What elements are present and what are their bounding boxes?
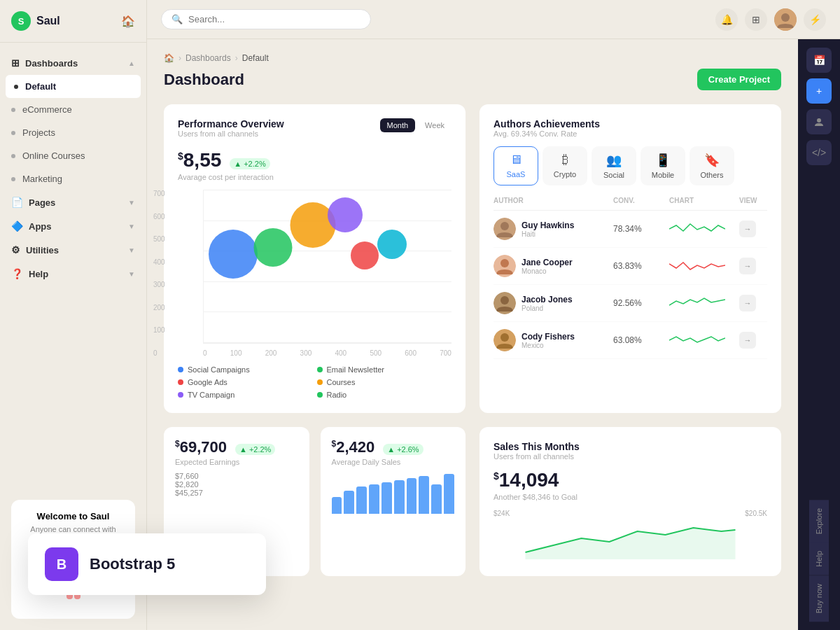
code-btn[interactable]: </> — [806, 140, 832, 165]
bar-4 — [369, 484, 379, 514]
add-btn[interactable]: + — [806, 78, 832, 104]
sales-y2: $20.5K — [745, 510, 767, 517]
author-details-guy: Guy Hawkins Haiti — [522, 220, 574, 238]
bar-9 — [431, 484, 442, 514]
sales-symbol: $ — [493, 470, 499, 482]
daily-sales-value-row: $2,420 ▲ +2.6% — [332, 438, 455, 456]
view-btn-cody[interactable]: → — [739, 332, 756, 349]
authors-title: Authors Achievements — [493, 118, 767, 130]
cat-tab-saas[interactable]: 🖥 SaaS — [493, 146, 538, 186]
utilities-chevron: ▼ — [128, 246, 135, 254]
page-title: Dashboard — [164, 71, 244, 89]
create-project-button[interactable]: Create Project — [697, 69, 781, 90]
perf-header: Performance Overview Users from all chan… — [178, 118, 451, 146]
legend-dot-courses — [317, 379, 323, 385]
settings-icon[interactable]: ⚡ — [804, 8, 826, 31]
sidebar-item-online-courses[interactable]: Online Courses — [0, 144, 146, 167]
col-view: VIEW — [739, 197, 767, 204]
author-row-jane: Jane Cooper Monaco 63.83% → — [493, 248, 767, 285]
calendar-btn[interactable]: 📅 — [806, 48, 832, 73]
help-side-label[interactable]: Help — [809, 542, 829, 575]
author-location-guy: Haiti — [522, 230, 574, 238]
breadcrumb-section[interactable]: Dashboards — [186, 53, 231, 63]
period-tabs: Month Week — [380, 118, 452, 132]
user-btn[interactable] — [806, 109, 832, 134]
category-tabs: 🖥 SaaS ₿ Crypto 👥 Social 📱 — [493, 146, 767, 186]
metric-label: Avarage cost per interaction — [178, 173, 451, 181]
wave-jane — [669, 255, 725, 276]
social-icon: 👥 — [606, 153, 622, 168]
cat-tab-others[interactable]: 🔖 Others — [690, 146, 734, 186]
dot-default — [14, 85, 18, 89]
legend-label-google: Google Ads — [188, 378, 227, 386]
help-chevron: ▼ — [128, 270, 135, 278]
svg-point-13 — [500, 222, 509, 230]
sales-value-row: $14,094 — [493, 469, 767, 491]
bootstrap-text: Bootstrap 5 — [90, 555, 175, 573]
bubble-social — [209, 230, 258, 279]
avatar[interactable] — [774, 8, 797, 31]
daily-sales-badge: ▲ +2.6% — [383, 444, 423, 455]
author-details-jacob: Jacob Jones Poland — [522, 295, 573, 312]
wave-cody — [669, 330, 725, 351]
svg-point-19 — [500, 333, 509, 342]
sidebar-item-pages[interactable]: 📄 Pages ▼ — [0, 190, 146, 214]
search-box[interactable]: 🔍 — [161, 9, 371, 29]
view-btn-guy[interactable]: → — [739, 220, 756, 237]
dot-online-courses — [11, 154, 15, 158]
sidebar-item-projects[interactable]: Projects — [0, 121, 146, 144]
legend-label-email: Email Newsletter — [327, 365, 385, 374]
period-week-tab[interactable]: Week — [418, 118, 451, 132]
online-courses-label: Online Courses — [22, 150, 135, 161]
sidebar-item-apps[interactable]: 🔷 Apps ▼ — [0, 214, 146, 238]
sidebar-item-marketing[interactable]: Marketing — [0, 167, 146, 190]
legend-dot-radio — [317, 392, 323, 398]
sidebar-item-dashboards[interactable]: ⊞ Dashboards ▲ — [0, 51, 146, 75]
bar-8 — [419, 476, 429, 514]
bar-6 — [394, 480, 405, 514]
breadcrumb-home[interactable]: 🏠 — [164, 53, 174, 63]
wave-guy — [669, 218, 725, 239]
sidebar-item-ecommerce[interactable]: eCommerce — [0, 98, 146, 121]
breadcrumb: 🏠 › Dashboards › Default — [164, 53, 781, 63]
legend-label-courses: Courses — [327, 378, 356, 386]
stats-values: $7,660 $2,820 $45,257 — [175, 472, 298, 497]
apps-icon: 🔷 — [11, 220, 23, 232]
cat-tab-social[interactable]: 👥 Social — [592, 146, 636, 186]
authors-table: AUTHOR CONV. CHART VIEW — [493, 197, 767, 359]
others-icon: 🔖 — [704, 153, 720, 168]
sidebar-item-help[interactable]: ❓ Help ▼ — [0, 262, 146, 286]
author-location-jane: Monaco — [522, 267, 573, 275]
perf-title: Performance Overview — [178, 118, 284, 130]
logo: S Saul 🏠 — [0, 0, 146, 43]
grid-icon[interactable]: ⊞ — [745, 8, 767, 31]
app-name: Saul — [36, 15, 60, 27]
cat-tab-mobile[interactable]: 📱 Mobile — [640, 146, 685, 186]
chart-x-labels: 0 100 200 300 400 500 600 700 — [203, 349, 451, 357]
sidebar-item-default[interactable]: Default — [6, 75, 141, 98]
sales-title: Sales This Months — [493, 441, 767, 452]
metric-symbol: $ — [178, 150, 183, 162]
buy-now-label[interactable]: Buy now — [809, 575, 829, 622]
author-name-cody: Cody Fishers — [522, 332, 575, 342]
period-month-tab[interactable]: Month — [380, 118, 416, 132]
explore-label[interactable]: Explore — [809, 500, 829, 542]
right-panel: 📅 + </> Explore Help Buy now — [798, 39, 840, 630]
default-label: Default — [25, 81, 132, 92]
logo-back-icon[interactable]: 🏠 — [121, 15, 135, 28]
wave-jacob — [669, 293, 725, 314]
search-input[interactable] — [188, 14, 360, 24]
view-btn-jane[interactable]: → — [739, 258, 756, 274]
legend-google: Google Ads — [178, 378, 313, 386]
notification-icon[interactable]: 🔔 — [715, 8, 738, 31]
sidebar-item-utilities[interactable]: ⚙ Utilities ▼ — [0, 238, 146, 262]
legend-dot-social — [178, 367, 183, 372]
view-btn-jacob[interactable]: → — [739, 295, 756, 312]
earnings-label: Expected Earnings — [175, 458, 298, 466]
daily-sales-card: $2,420 ▲ +2.6% Average Daily Sales — [321, 427, 466, 576]
bootstrap-icon: B — [45, 547, 78, 581]
legend-courses: Courses — [317, 378, 452, 386]
cat-tab-crypto[interactable]: ₿ Crypto — [542, 146, 587, 186]
legend-label-social: Social Campaigns — [188, 365, 250, 374]
author-details-jane: Jane Cooper Monaco — [522, 258, 573, 275]
